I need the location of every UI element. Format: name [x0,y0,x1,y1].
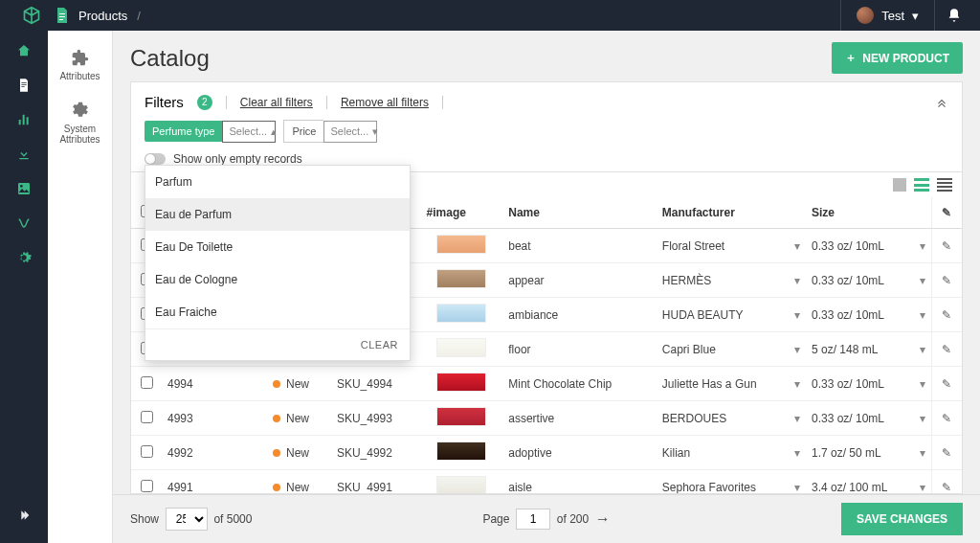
row-checkbox[interactable] [141,480,153,492]
nav-home[interactable] [15,42,33,59]
table-row[interactable]: 4994 New SKU_4994 Mint Chocolate Chip Ju… [131,367,962,401]
cell-image [421,367,503,401]
save-changes-button[interactable]: SAVE CHANGES [841,503,963,535]
caret-down-icon[interactable]: ▾ [794,481,800,494]
col-size[interactable]: Size [806,197,931,229]
page-header: Catalog ＋ NEW PRODUCT [113,31,980,81]
app-logo[interactable] [8,6,56,25]
caret-down-icon[interactable]: ▾ [794,239,800,253]
breadcrumb-title[interactable]: Products [78,9,127,23]
avatar [857,7,874,24]
nav-expand[interactable] [15,507,33,524]
table-footer: Show 25 of 5000 Page of 200 → SAVE CHANG… [113,494,980,543]
caret-down-icon[interactable]: ▾ [920,412,925,425]
cell-size[interactable]: 0.33 oz/ 10mL▾ [806,367,931,401]
caret-down-icon[interactable]: ▾ [794,308,800,322]
caret-down-icon[interactable]: ▾ [920,308,925,322]
dropdown-option[interactable]: Eau de Parfum [145,198,410,231]
filter-chip-label: Perfume type [145,121,222,142]
row-checkbox[interactable] [141,376,153,389]
cell-manufacturer[interactable]: Capri Blue▾ [657,332,806,367]
cell-manufacturer[interactable]: Kilian▾ [657,436,806,470]
notifications-button[interactable] [934,0,972,31]
nav-settings[interactable] [15,249,33,266]
caret-down-icon[interactable]: ▾ [794,377,800,391]
cell-image [421,229,503,263]
cell-size[interactable]: 0.33 oz/ 10mL▾ [806,298,931,332]
edit-row-icon[interactable]: ✎ [942,308,951,322]
cell-manufacturer[interactable]: HERMÈS▾ [657,263,806,298]
edit-row-icon[interactable]: ✎ [942,343,951,356]
page-size-select[interactable]: 25 [166,508,208,531]
row-checkbox[interactable] [141,445,153,458]
cell-manufacturer[interactable]: HUDA BEAUTY▾ [657,298,806,332]
dropdown-option[interactable]: Eau de Cologne [145,263,410,296]
dropdown-clear[interactable]: CLEAR [145,328,410,360]
cell-size[interactable]: 3.4 oz/ 100 mL▾ [806,470,931,494]
cell-sku: SKU_4993 [331,401,421,436]
cell-size[interactable]: 1.7 oz/ 50 mL▾ [806,436,931,470]
nav-rail [0,31,48,543]
caret-down-icon[interactable]: ▾ [794,412,800,425]
filters-bar: Filters 2 Clear all filters Remove all f… [131,82,962,172]
cell-size[interactable]: 0.33 oz/ 10mL▾ [806,229,931,263]
edit-row-icon[interactable]: ✎ [942,412,951,425]
edit-row-icon[interactable]: ✎ [942,239,951,253]
edit-row-icon[interactable]: ✎ [942,481,951,494]
dropdown-option[interactable]: Parfum [145,166,410,198]
cell-size[interactable]: 0.33 oz/ 10mL▾ [806,401,931,436]
page-input[interactable] [516,509,550,530]
edit-row-icon[interactable]: ✎ [942,377,951,391]
view-list-icon[interactable] [937,178,952,192]
view-cards-icon[interactable] [914,178,929,192]
collapse-filters-icon[interactable] [935,96,948,109]
chevron-down-icon: ▾ [912,9,919,23]
nav-media[interactable] [15,180,33,197]
next-page-icon[interactable]: → [595,510,611,528]
table-row[interactable]: 4993 New SKU_4993 assertive BERDOUES▾ 0.… [131,401,962,436]
remove-all-filters-link[interactable]: Remove all filters [341,96,429,109]
caret-down-icon[interactable]: ▾ [920,274,925,287]
table-row[interactable]: 4992 New SKU_4992 adoptive Kilian▾ 1.7 o… [131,436,962,470]
row-checkbox[interactable] [141,411,153,423]
product-thumbnail [436,338,486,357]
caret-down-icon[interactable]: ▾ [794,446,800,460]
caret-down-icon[interactable]: ▾ [920,481,925,494]
cell-manufacturer[interactable]: Juliette Has a Gun▾ [657,367,806,401]
user-menu[interactable]: Test ▾ [840,0,934,31]
caret-down-icon[interactable]: ▾ [794,343,800,356]
cell-manufacturer[interactable]: BERDOUES▾ [657,401,806,436]
filter-chip-select[interactable]: Select... ▾ [323,121,377,143]
dropdown-option[interactable]: Eau De Toilette [145,231,410,263]
caret-down-icon[interactable]: ▾ [920,343,925,356]
col-manufacturer[interactable]: Manufacturer [657,197,806,229]
nav-download[interactable] [15,146,33,163]
cell-manufacturer[interactable]: Floral Street▾ [657,229,806,263]
dropdown-option[interactable]: Eau Fraiche [145,296,410,328]
view-grid-icon[interactable] [893,178,906,192]
table-row[interactable]: 4991 New SKU_4991 aisle Sephora Favorite… [131,470,962,494]
edit-row-icon[interactable]: ✎ [942,446,951,460]
col-image[interactable]: #image [421,197,503,229]
new-product-button[interactable]: ＋ NEW PRODUCT [832,42,963,74]
sidebar-system-attributes[interactable]: System Attributes [56,97,103,148]
col-name[interactable]: Name [502,197,657,229]
filter-chip-select[interactable]: Select... ▴ [222,121,276,143]
cell-id: 4991 [162,470,267,494]
caret-down-icon[interactable]: ▾ [794,274,800,287]
nav-flow[interactable] [15,215,33,232]
nav-products[interactable] [15,77,33,94]
cell-status: New [267,470,331,494]
edit-header-icon[interactable]: ✎ [942,206,951,219]
cell-size[interactable]: 5 oz/ 148 mL▾ [806,332,931,367]
cell-manufacturer[interactable]: Sephora Favorites▾ [657,470,806,494]
show-empty-toggle[interactable] [145,153,166,165]
caret-down-icon[interactable]: ▾ [920,446,925,460]
clear-all-filters-link[interactable]: Clear all filters [240,96,313,109]
sidebar-attributes[interactable]: Attributes [56,44,103,85]
caret-down-icon[interactable]: ▾ [920,377,925,391]
cell-size[interactable]: 0.33 oz/ 10mL▾ [806,263,931,298]
caret-down-icon[interactable]: ▾ [920,239,925,253]
edit-row-icon[interactable]: ✎ [942,274,951,287]
nav-analytics[interactable] [15,111,33,128]
